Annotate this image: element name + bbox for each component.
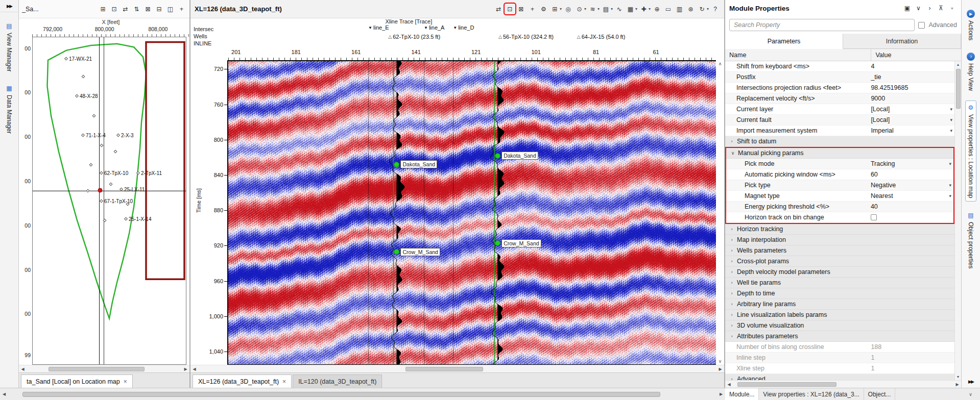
prop-value[interactable]: 9000 <box>867 95 954 102</box>
selected-well-dot[interactable] <box>98 188 102 192</box>
view-tab[interactable]: Parameters <box>725 34 843 49</box>
prop-row[interactable]: Current fault[Local]▾ <box>725 115 954 126</box>
prop-row[interactable]: Intersections projection radius <feet>98… <box>725 83 954 93</box>
grid-display-icon[interactable]: ▦ <box>626 4 635 14</box>
chevron-right-icon[interactable]: › <box>729 269 734 274</box>
well-track-marker[interactable]: △56-TpX-10 (324.2 ft) <box>498 34 554 40</box>
float-panel-icon[interactable]: ▣ <box>902 4 912 13</box>
column-header-value[interactable]: Value <box>871 52 961 59</box>
intersection-line-marker[interactable]: ▼line_E <box>368 24 389 31</box>
map-hscroll-thumb[interactable] <box>49 367 145 371</box>
grid-display-icon-caret[interactable]: ▾ <box>635 7 637 11</box>
prop-value[interactable]: 1 <box>867 365 954 372</box>
close-tab-icon[interactable]: × <box>282 378 286 385</box>
data-manager-tab[interactable]: ▦Data Manager <box>4 82 14 136</box>
advanced-checkbox[interactable] <box>918 22 925 29</box>
map-well[interactable]: 2-TpX-11 <box>137 170 162 176</box>
seismic-hscroll[interactable]: ◀ ▶ <box>190 365 724 372</box>
annotation-icon[interactable]: ▭ <box>663 4 673 14</box>
scroll-down-icon[interactable]: ▼ <box>957 373 960 380</box>
scroll-left-icon[interactable]: ◀ <box>0 392 8 396</box>
chevron-right-icon[interactable]: › <box>729 377 734 380</box>
target-icon-caret[interactable]: ▾ <box>584 7 586 11</box>
horizon-pick-dot[interactable] <box>394 249 399 255</box>
chevron-right-icon[interactable]: › <box>729 280 734 285</box>
view-tab[interactable]: ta_Sand [Local] on Location map× <box>21 374 133 388</box>
prop-group-row[interactable]: ›Cross-plot params <box>725 256 954 267</box>
window-hscroll-thumb[interactable] <box>22 392 660 397</box>
refresh-icon[interactable]: ↻ <box>697 4 707 14</box>
chevron-right-icon[interactable]: › <box>729 312 734 317</box>
prop-row[interactable]: Shift from keyboard <ms>4 <box>725 61 954 72</box>
dropdown-arrow-icon[interactable]: ▾ <box>950 128 952 133</box>
prop-group-row[interactable]: ›Shift to datum <box>725 136 954 147</box>
map-well[interactable]: 25-LX-11 <box>120 187 145 192</box>
help-icon[interactable]: ? <box>710 4 720 14</box>
prop-value[interactable]: 4 <box>867 63 954 70</box>
intersection-line-marker[interactable]: ▼line_D <box>453 24 474 31</box>
horizon-pick-dot[interactable] <box>495 240 500 246</box>
crosshair-icon[interactable]: ⊕ <box>652 4 662 14</box>
horizon-pick-icon[interactable]: ⊡ <box>109 4 119 14</box>
scroll-right-icon[interactable]: ▶ <box>717 392 725 396</box>
pan-icon[interactable]: + <box>177 4 186 14</box>
prop-value[interactable]: Nearest▾ <box>867 192 953 199</box>
layout-icon-caret[interactable]: ▾ <box>560 7 562 11</box>
chevron-right-icon[interactable]: › <box>729 259 734 264</box>
map-well[interactable]: 2-X-3 <box>117 133 133 138</box>
dropdown-arrow-icon[interactable]: ▾ <box>949 183 951 188</box>
scroll-left-icon[interactable]: ◀ <box>190 367 198 371</box>
horizon-pick[interactable]: Dakota_Sand <box>495 152 538 160</box>
list-icon-caret[interactable]: ▾ <box>611 7 613 11</box>
prop-value[interactable]: Tracking▾ <box>867 160 953 167</box>
chevron-right-icon[interactable]: › <box>729 302 734 307</box>
chevron-right-icon[interactable]: › <box>729 248 734 253</box>
well-track-marker[interactable]: △62-TpX-10 (23.5 ft) <box>388 34 440 40</box>
prop-value[interactable]: 98.42519685 <box>867 84 954 91</box>
export-picks-icon[interactable]: ⇄ <box>121 4 130 14</box>
picking-mode-icon[interactable]: ⊡ <box>505 4 515 14</box>
seismic-view[interactable]: Dakota_SandDakota_SandCrow_M_SandCrow_M_… <box>228 60 716 365</box>
chevron-right-icon[interactable]: › <box>729 323 734 328</box>
horizon-pick-dot[interactable] <box>394 162 399 167</box>
wiggle-display-icon[interactable]: ∿ <box>614 4 624 14</box>
chevron-right-icon[interactable]: › <box>729 139 734 144</box>
seismic-vscroll[interactable]: ∧ ∨ <box>716 60 724 365</box>
snapshot-icon[interactable]: ◫ <box>165 4 175 14</box>
expand-left-panels-button[interactable]: ▶▶ <box>0 0 18 12</box>
object-properties-tab[interactable]: ▤Object properties <box>965 209 976 271</box>
dropdown-arrow-icon[interactable]: ▾ <box>950 117 952 122</box>
settings-icon[interactable]: ⚙ <box>539 4 548 14</box>
chevron-right-icon[interactable]: › <box>729 227 734 232</box>
prop-group-row[interactable]: ›Map interpolation <box>725 235 954 245</box>
prop-value[interactable] <box>867 214 953 220</box>
map-hscroll[interactable]: ◀ ▶ <box>19 365 189 372</box>
props-hscroll-thumb[interactable] <box>737 382 836 387</box>
scroll-up-icon[interactable]: ∧ <box>719 61 722 66</box>
prop-group-row[interactable]: ›Arbitrary line params <box>725 299 954 310</box>
prop-row[interactable]: Number of bins along crossline188 <box>725 342 954 353</box>
layout-icon[interactable]: ⊞ <box>550 4 560 14</box>
prop-value[interactable]: 40 <box>867 203 953 210</box>
prop-value[interactable]: [Local]▾ <box>867 116 954 123</box>
prop-value[interactable]: Imperial▾ <box>867 127 954 134</box>
prop-row[interactable]: Inline step1 <box>725 353 954 363</box>
prop-row[interactable]: Magnet typeNearest▾ <box>726 191 953 202</box>
chevron-down-icon[interactable]: ∨ <box>730 151 735 156</box>
prop-group-row[interactable]: ›Depth velocity model parameters <box>725 267 954 278</box>
prop-group-row[interactable]: ›Advanced <box>725 374 954 380</box>
prop-row[interactable]: Xline step1 <box>725 363 954 374</box>
unpick-icon[interactable]: ⊠ <box>516 4 526 14</box>
view-properties-tab[interactable]: ⚙View properties : Location map <box>965 101 976 202</box>
map-well[interactable]: 17-WX-21 <box>65 56 92 61</box>
map-well[interactable]: 25-1-X-14 <box>125 216 151 221</box>
expand-right-panels-button[interactable]: ▶▶ <box>962 376 980 388</box>
prop-value[interactable]: 188 <box>867 343 954 351</box>
next-panel-icon[interactable]: › <box>925 4 935 13</box>
intersection-line-marker[interactable]: ▼line_A <box>424 24 445 31</box>
horizon-pick[interactable]: Crow_M_Sand <box>495 239 541 247</box>
add-overlay-icon[interactable]: ✚ <box>639 4 649 14</box>
target-icon[interactable]: ⊙ <box>575 4 584 14</box>
map-plot[interactable]: 17-WX-2148-X-2871-1-X-42-X-362-TpX-102-T… <box>32 37 186 365</box>
map-well[interactable]: 71-1-X-4 <box>82 133 106 138</box>
